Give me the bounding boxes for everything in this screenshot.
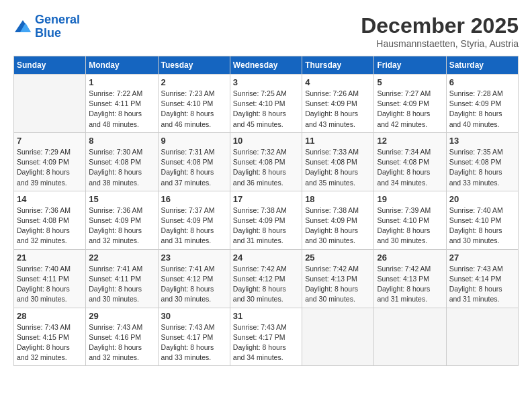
day-number: 13 [449,136,515,146]
day-info: Sunrise: 7:34 AMSunset: 4:08 PMDaylight:… [377,147,443,188]
day-info: Sunrise: 7:43 AMSunset: 4:17 PMDaylight:… [161,322,227,363]
day-info: Sunrise: 7:39 AMSunset: 4:10 PMDaylight:… [377,205,443,246]
day-of-week-header: Tuesday [158,56,230,75]
calendar-cell: 8Sunrise: 7:30 AMSunset: 4:08 PMDaylight… [86,132,158,191]
calendar-cell: 26Sunrise: 7:42 AMSunset: 4:13 PMDayligh… [374,249,446,308]
day-number: 11 [305,136,371,146]
day-number: 15 [89,194,154,204]
calendar-week-row: 14Sunrise: 7:36 AMSunset: 4:08 PMDayligh… [14,191,519,249]
day-info: Sunrise: 7:40 AMSunset: 4:10 PMDaylight:… [449,205,515,246]
day-of-week-header: Saturday [446,56,518,75]
day-info: Sunrise: 7:43 AMSunset: 4:15 PMDaylight:… [17,322,83,363]
day-number: 29 [89,311,154,321]
day-number: 17 [233,194,299,204]
calendar-cell: 17Sunrise: 7:38 AMSunset: 4:09 PMDayligh… [230,191,302,249]
title-block: December 2025 Hausmannstaetten, Styria, … [361,13,519,49]
calendar-cell: 7Sunrise: 7:29 AMSunset: 4:09 PMDaylight… [14,132,86,191]
day-number: 21 [17,253,83,263]
calendar-header-row: SundayMondayTuesdayWednesdayThursdayFrid… [14,56,519,75]
calendar-week-row: 1Sunrise: 7:22 AMSunset: 4:11 PMDaylight… [14,75,519,133]
calendar-cell: 27Sunrise: 7:43 AMSunset: 4:14 PMDayligh… [446,249,518,308]
day-number: 24 [233,253,299,263]
calendar-cell: 20Sunrise: 7:40 AMSunset: 4:10 PMDayligh… [446,191,518,249]
day-of-week-header: Wednesday [230,56,302,75]
day-info: Sunrise: 7:38 AMSunset: 4:09 PMDaylight:… [305,205,371,246]
day-info: Sunrise: 7:26 AMSunset: 4:09 PMDaylight:… [305,89,371,130]
calendar-body: 1Sunrise: 7:22 AMSunset: 4:11 PMDaylight… [14,75,519,366]
calendar-cell: 9Sunrise: 7:31 AMSunset: 4:08 PMDaylight… [158,132,230,191]
location-subtitle: Hausmannstaetten, Styria, Austria [361,38,519,49]
calendar-cell: 1Sunrise: 7:22 AMSunset: 4:11 PMDaylight… [86,75,158,133]
calendar-cell: 28Sunrise: 7:43 AMSunset: 4:15 PMDayligh… [14,308,86,366]
calendar-cell: 24Sunrise: 7:42 AMSunset: 4:12 PMDayligh… [230,249,302,308]
day-info: Sunrise: 7:22 AMSunset: 4:11 PMDaylight:… [89,89,154,130]
day-number: 9 [161,136,227,146]
day-info: Sunrise: 7:42 AMSunset: 4:13 PMDaylight:… [377,264,443,305]
calendar-cell: 22Sunrise: 7:41 AMSunset: 4:11 PMDayligh… [86,249,158,308]
day-info: Sunrise: 7:35 AMSunset: 4:08 PMDaylight:… [449,147,515,188]
calendar-cell: 15Sunrise: 7:36 AMSunset: 4:09 PMDayligh… [86,191,158,249]
calendar-cell: 3Sunrise: 7:25 AMSunset: 4:10 PMDaylight… [230,75,302,133]
calendar-cell [374,308,446,366]
calendar-table: SundayMondayTuesdayWednesdayThursdayFrid… [13,56,519,366]
calendar-week-row: 7Sunrise: 7:29 AMSunset: 4:09 PMDaylight… [14,132,519,191]
calendar-cell: 19Sunrise: 7:39 AMSunset: 4:10 PMDayligh… [374,191,446,249]
day-number: 26 [377,253,443,263]
calendar-cell: 23Sunrise: 7:41 AMSunset: 4:12 PMDayligh… [158,249,230,308]
day-info: Sunrise: 7:29 AMSunset: 4:09 PMDaylight:… [17,147,83,188]
day-number: 25 [305,253,371,263]
day-of-week-header: Thursday [302,56,374,75]
day-info: Sunrise: 7:32 AMSunset: 4:08 PMDaylight:… [233,147,299,188]
day-info: Sunrise: 7:30 AMSunset: 4:08 PMDaylight:… [89,147,154,188]
day-info: Sunrise: 7:43 AMSunset: 4:17 PMDaylight:… [233,322,299,363]
day-number: 4 [305,77,371,87]
day-info: Sunrise: 7:40 AMSunset: 4:11 PMDaylight:… [17,264,83,305]
calendar-cell: 13Sunrise: 7:35 AMSunset: 4:08 PMDayligh… [446,132,518,191]
calendar-cell: 5Sunrise: 7:27 AMSunset: 4:09 PMDaylight… [374,75,446,133]
day-number: 18 [305,194,371,204]
day-number: 27 [449,253,515,263]
calendar-cell: 18Sunrise: 7:38 AMSunset: 4:09 PMDayligh… [302,191,374,249]
day-info: Sunrise: 7:28 AMSunset: 4:09 PMDaylight:… [449,89,515,130]
day-info: Sunrise: 7:31 AMSunset: 4:08 PMDaylight:… [161,147,227,188]
calendar-cell: 12Sunrise: 7:34 AMSunset: 4:08 PMDayligh… [374,132,446,191]
day-info: Sunrise: 7:37 AMSunset: 4:09 PMDaylight:… [161,205,227,246]
month-title: December 2025 [361,13,519,38]
day-number: 12 [377,136,443,146]
day-info: Sunrise: 7:33 AMSunset: 4:08 PMDaylight:… [305,147,371,188]
day-number: 20 [449,194,515,204]
calendar-cell: 29Sunrise: 7:43 AMSunset: 4:16 PMDayligh… [86,308,158,366]
day-number: 16 [161,194,227,204]
day-info: Sunrise: 7:36 AMSunset: 4:09 PMDaylight:… [89,205,154,246]
calendar-cell: 31Sunrise: 7:43 AMSunset: 4:17 PMDayligh… [230,308,302,366]
day-of-week-header: Monday [86,56,158,75]
day-number: 31 [233,311,299,321]
day-info: Sunrise: 7:41 AMSunset: 4:12 PMDaylight:… [161,264,227,305]
calendar-cell: 16Sunrise: 7:37 AMSunset: 4:09 PMDayligh… [158,191,230,249]
calendar-cell: 14Sunrise: 7:36 AMSunset: 4:08 PMDayligh… [14,191,86,249]
day-number: 14 [17,194,83,204]
day-number: 23 [161,253,227,263]
day-number: 1 [89,77,154,87]
day-info: Sunrise: 7:23 AMSunset: 4:10 PMDaylight:… [161,89,227,130]
day-info: Sunrise: 7:36 AMSunset: 4:08 PMDaylight:… [17,205,83,246]
calendar-cell: 6Sunrise: 7:28 AMSunset: 4:09 PMDaylight… [446,75,518,133]
day-info: Sunrise: 7:25 AMSunset: 4:10 PMDaylight:… [233,89,299,130]
day-number: 7 [17,136,83,146]
day-of-week-header: Sunday [14,56,86,75]
day-info: Sunrise: 7:42 AMSunset: 4:13 PMDaylight:… [305,264,371,305]
calendar-cell: 21Sunrise: 7:40 AMSunset: 4:11 PMDayligh… [14,249,86,308]
day-number: 2 [161,77,227,87]
logo-text: General Blue [35,13,80,40]
day-number: 22 [89,253,154,263]
day-info: Sunrise: 7:42 AMSunset: 4:12 PMDaylight:… [233,264,299,305]
calendar-week-row: 21Sunrise: 7:40 AMSunset: 4:11 PMDayligh… [14,249,519,308]
day-number: 10 [233,136,299,146]
day-number: 19 [377,194,443,204]
day-info: Sunrise: 7:38 AMSunset: 4:09 PMDaylight:… [233,205,299,246]
day-info: Sunrise: 7:43 AMSunset: 4:14 PMDaylight:… [449,264,515,305]
logo: General Blue [13,13,80,40]
day-number: 3 [233,77,299,87]
logo-icon [13,17,32,36]
calendar-cell: 10Sunrise: 7:32 AMSunset: 4:08 PMDayligh… [230,132,302,191]
